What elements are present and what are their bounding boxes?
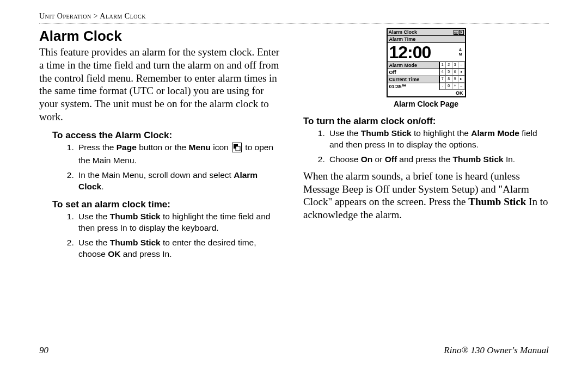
text: . (101, 182, 103, 191)
text-bold: Thumb Stick (110, 238, 161, 247)
alarm-time-field: 12:00 AM (388, 43, 465, 62)
text-bold: Thumb Stick (468, 196, 526, 207)
content-columns: Alarm Clock This feature provides an ala… (39, 28, 549, 264)
text: Press the (78, 143, 117, 152)
device-title-buttons: ▭✕ (453, 29, 464, 35)
alarm-mode-value: Off (388, 69, 439, 76)
list-item: Choose On or Off and press the Thumb Sti… (327, 154, 549, 165)
text: Choose (329, 155, 361, 164)
left-column: Alarm Clock This feature provides an ala… (39, 28, 285, 264)
text: In the Main Menu, scroll down and select (78, 170, 234, 180)
alarm-mode-val-row: Off 456◂ (388, 69, 465, 76)
steps-set-time: Use the Thumb Stick to highlight the tim… (39, 211, 285, 260)
window-btn-icon: ▭ (454, 30, 458, 35)
text-bold: Thumb Stick (361, 128, 412, 138)
text-bold: On (361, 155, 373, 164)
text: Use the (78, 238, 110, 247)
list-item: In the Main Menu, scroll down and select… (76, 170, 285, 193)
alarm-time-value: 12:00 (389, 44, 431, 61)
figure-caption: Alarm Clock Page (303, 100, 549, 108)
manual-page: Unit Operation > Alarm Clock Alarm Clock… (0, 0, 588, 382)
keypad-row: 456◂ (439, 69, 465, 76)
closing-paragraph: When the alarm sounds, a brief tone is h… (303, 170, 549, 221)
list-item: Press the Page button or the Menu icon t… (76, 142, 285, 167)
figure: Alarm Clock ▭✕ Alarm Time 12:00 AM Alarm… (303, 28, 549, 108)
text-bold: Page (117, 143, 137, 152)
right-column: Alarm Clock ▭✕ Alarm Time 12:00 AM Alarm… (303, 28, 549, 264)
text: to highlight the (412, 128, 471, 138)
intro-paragraph: This feature provides an alarm for the s… (39, 46, 285, 124)
text-bold: Thumb Stick (110, 212, 161, 221)
list-item: Use the Thumb Stick to highlight the Ala… (327, 128, 549, 151)
menu-icon (232, 143, 242, 156)
text-bold: Thumb Stick (453, 155, 504, 164)
svg-rect-2 (236, 146, 240, 151)
alarm-mode-label: Alarm Mode (388, 62, 439, 69)
ok-row: OK (388, 90, 465, 96)
current-time-row: Current Time 789▸ (388, 76, 465, 83)
keypad-row: .0+– (439, 83, 465, 90)
text: and press In. (121, 249, 172, 258)
text: or (372, 155, 384, 164)
device-screenshot: Alarm Clock ▭✕ Alarm Time 12:00 AM Alarm… (387, 28, 466, 97)
text: and press the (397, 155, 453, 164)
list-item: Use the Thumb Stick to enter the desired… (76, 237, 285, 260)
text-bold: Alarm Mode (471, 128, 519, 138)
text: Use the (78, 212, 110, 221)
text: In. (504, 155, 516, 164)
keypad-row: 123– (439, 62, 465, 69)
steps-onoff: Use the Thumb Stick to highlight the Ala… (303, 128, 549, 165)
text: icon (211, 143, 231, 152)
divider (39, 23, 549, 23)
page-number: 90 (39, 345, 48, 356)
device-title: Alarm Clock (389, 29, 418, 35)
steps-access: Press the Page button or the Menu icon t… (39, 142, 285, 193)
keypad-row: 789▸ (439, 76, 465, 83)
text-bold: Off (385, 155, 397, 164)
subhead-access: To access the Alarm Clock: (52, 130, 285, 141)
text-bold: Menu (189, 143, 211, 152)
list-item: Use the Thumb Stick to highlight the tim… (76, 211, 285, 234)
text: button or the (137, 143, 189, 152)
am-pm: AM (459, 48, 463, 57)
close-icon: ✕ (459, 30, 464, 35)
text-bold: OK (108, 249, 120, 258)
current-time-value: 01:35ᴾᴹ (388, 83, 439, 90)
device-titlebar: Alarm Clock ▭✕ (388, 29, 465, 36)
current-time-label: Current Time (388, 76, 439, 83)
manual-name: Rino® 130 Owner's Manual (444, 345, 549, 356)
page-title: Alarm Clock (39, 28, 285, 45)
text: Use the (329, 128, 361, 138)
current-time-val-row: 01:35ᴾᴹ .0+– (388, 83, 465, 90)
page-footer: 90 Rino® 130 Owner's Manual (39, 345, 549, 356)
subhead-onoff: To turn the alarm clock on/off: (303, 116, 549, 127)
breadcrumb: Unit Operation > Alarm Clock (39, 12, 549, 22)
subhead-set-time: To set an alarm clock time: (52, 199, 285, 210)
alarm-mode-row: Alarm Mode 123– (388, 62, 465, 69)
